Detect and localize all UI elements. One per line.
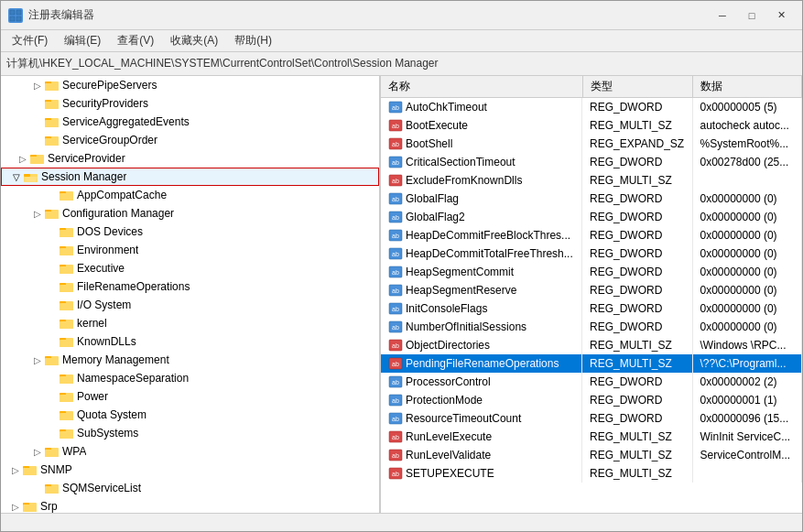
tree-item-kernel[interactable]: ▷ kernel bbox=[1, 314, 379, 332]
cell-data: 0x00278d00 (25... bbox=[692, 153, 802, 171]
expander-snmp[interactable]: ▷ bbox=[8, 462, 23, 477]
table-row[interactable]: abBootShellREG_EXPAND_SZ%SystemRoot%... bbox=[381, 135, 802, 153]
tree-item-filerenameops[interactable]: ▷ FileRenameOperations bbox=[1, 277, 379, 296]
tree-label-wpa: WPA bbox=[62, 445, 86, 458]
tree-label-securityproviders: SecurityProviders bbox=[62, 97, 148, 110]
expander-wpa[interactable]: ▷ bbox=[30, 444, 45, 459]
table-row[interactable]: abAutoChkTimeoutREG_DWORD0x00000005 (5) bbox=[381, 98, 802, 117]
tree-item-namespacesep[interactable]: ▷ NamespaceSeparation bbox=[1, 369, 379, 387]
tree-item-wpa[interactable]: ▷ WPA bbox=[1, 442, 379, 461]
tree-item-subsystems[interactable]: ▷ SubSystems bbox=[1, 424, 379, 442]
expander-serviceprovider[interactable]: ▷ bbox=[16, 151, 30, 166]
cell-type: REG_DWORD bbox=[582, 153, 692, 171]
column-type[interactable]: 类型 bbox=[582, 76, 692, 98]
expander-session-manager[interactable]: ▽ bbox=[9, 169, 24, 184]
tree-label-power: Power bbox=[77, 390, 108, 403]
table-row[interactable]: abGlobalFlagREG_DWORD0x00000000 (0) bbox=[381, 190, 802, 208]
table-row[interactable]: abCriticalSectionTimeoutREG_DWORD0x00278… bbox=[381, 153, 802, 171]
table-row[interactable]: abHeapSegmentReserveREG_DWORD0x00000000 … bbox=[381, 281, 802, 299]
tree-item-quotasystem[interactable]: ▷ Quota System bbox=[1, 406, 379, 424]
table-row[interactable]: abGlobalFlag2REG_DWORD0x00000000 (0) bbox=[381, 208, 802, 226]
menu-view[interactable]: 查看(V) bbox=[110, 31, 161, 50]
column-data[interactable]: 数据 bbox=[692, 76, 802, 98]
expander-srp[interactable]: ▷ bbox=[8, 499, 23, 513]
table-header-row: 名称 类型 数据 bbox=[381, 76, 802, 98]
table-row[interactable]: abResourceTimeoutCountREG_DWORD0x0000009… bbox=[381, 409, 802, 428]
minimize-button[interactable]: ─ bbox=[709, 5, 736, 26]
column-name[interactable]: 名称 bbox=[381, 76, 582, 98]
cell-type: REG_DWORD bbox=[582, 373, 692, 391]
table-row[interactable]: abRunLevelExecuteREG_MULTI_SZWinInit Ser… bbox=[381, 428, 802, 446]
menu-favorites[interactable]: 收藏夹(A) bbox=[163, 31, 225, 50]
table-row[interactable]: abExcludeFromKnownDllsREG_MULTI_SZ bbox=[381, 171, 802, 190]
tree-label-servicegrouporder: ServiceGroupOrder bbox=[62, 134, 157, 147]
tree-label-appcompatcache: AppCompatCache bbox=[77, 189, 167, 201]
table-row[interactable]: abProcessorControlREG_DWORD0x00000002 (2… bbox=[381, 373, 802, 391]
tree-item-knowndlls[interactable]: ▷ KnownDLLs bbox=[1, 332, 379, 351]
reg-name-text: AutoChkTimeout bbox=[406, 101, 487, 114]
tree-label-snmp: SNMP bbox=[40, 463, 72, 476]
table-row[interactable]: abHeapSegmentCommitREG_DWORD0x00000000 (… bbox=[381, 263, 802, 281]
table-row[interactable]: abHeapDeCommitFreeBlockThres...REG_DWORD… bbox=[381, 226, 802, 244]
table-row[interactable]: abNumberOfInitialSessionsREG_DWORD0x0000… bbox=[381, 318, 802, 336]
table-row[interactable]: abSETUPEXECUTEREG_MULTI_SZ bbox=[381, 464, 802, 483]
svg-rect-60 bbox=[60, 413, 73, 420]
tree-item-iosystem[interactable]: ▷ I/O System bbox=[1, 296, 379, 314]
svg-rect-0 bbox=[10, 10, 15, 15]
tree-item-servicegrouporder[interactable]: ▷ ServiceGroupOrder bbox=[1, 131, 379, 149]
expander-memorymgmt[interactable]: ▷ bbox=[30, 353, 45, 367]
tree-item-executive[interactable]: ▷ Executive bbox=[1, 259, 379, 277]
reg-type-icon: ab bbox=[388, 265, 403, 279]
expander-securepipeservers[interactable]: ▷ bbox=[30, 78, 45, 92]
tree-item-sqmservicelist[interactable]: ▷ SQMServiceList bbox=[1, 479, 379, 497]
tree-item-snmp[interactable]: ▷ SNMP bbox=[1, 461, 379, 479]
close-button[interactable]: ✕ bbox=[767, 5, 795, 26]
menu-help[interactable]: 帮助(H) bbox=[227, 31, 279, 50]
tree-panel[interactable]: ▷ SecurePipeServers ▷ SecurityProviders … bbox=[1, 76, 381, 513]
menu-file[interactable]: 文件(F) bbox=[5, 31, 55, 50]
table-row[interactable]: abInitConsoleFlagsREG_DWORD0x00000000 (0… bbox=[381, 299, 802, 318]
reg-type-icon: ab bbox=[388, 301, 403, 316]
cell-name: abRunLevelExecute bbox=[381, 428, 582, 446]
cell-name: abHeapSegmentReserve bbox=[381, 281, 582, 299]
tree-item-serviceprovider[interactable]: ▷ ServiceProvider bbox=[1, 149, 379, 168]
svg-rect-51 bbox=[45, 358, 59, 365]
tree-item-memorymgmt[interactable]: ▷ Memory Management bbox=[1, 351, 379, 369]
tree-item-srp[interactable]: ▷ Srp bbox=[1, 497, 379, 513]
cell-name: abSETUPEXECUTE bbox=[381, 464, 582, 483]
tree-item-environment[interactable]: ▷ Environment bbox=[1, 241, 379, 259]
folder-icon bbox=[45, 79, 60, 92]
table-row[interactable]: abPendingFileRenameOperationsREG_MULTI_S… bbox=[381, 354, 802, 373]
svg-text:ab: ab bbox=[392, 178, 399, 184]
tree-item-appcompatcache[interactable]: ▷ AppCompatCache bbox=[1, 186, 379, 204]
tree-label-quotasystem: Quota System bbox=[77, 408, 146, 421]
svg-text:ab: ab bbox=[392, 233, 399, 239]
svg-rect-2 bbox=[10, 16, 15, 21]
table-row[interactable]: abProtectionModeREG_DWORD0x00000001 (1) bbox=[381, 391, 802, 409]
svg-rect-20 bbox=[24, 174, 30, 177]
expander-configmgr[interactable]: ▷ bbox=[30, 206, 45, 221]
folder-icon bbox=[23, 463, 38, 476]
table-row[interactable]: abBootExecuteREG_MULTI_SZautocheck autoc… bbox=[381, 116, 802, 135]
cell-name: abInitConsoleFlags bbox=[381, 299, 582, 318]
title-bar: 注册表编辑器 ─ □ ✕ bbox=[1, 1, 802, 30]
cell-data: autocheck autoc... bbox=[692, 116, 802, 135]
cell-data: WinInit ServiceC... bbox=[692, 428, 802, 446]
maximize-button[interactable]: □ bbox=[738, 5, 765, 26]
tree-item-session-manager[interactable]: ▽ Session Manager bbox=[1, 168, 379, 186]
reg-type-icon: ab bbox=[388, 356, 403, 371]
right-panel[interactable]: 名称 类型 数据 abAutoChkTimeoutREG_DWORD0x0000… bbox=[381, 76, 802, 513]
tree-item-configmgr[interactable]: ▷ Configuration Manager bbox=[1, 204, 379, 223]
table-row[interactable]: abHeapDeCommitTotalFreeThresh...REG_DWOR… bbox=[381, 244, 802, 263]
svg-rect-15 bbox=[45, 138, 59, 146]
table-row[interactable]: abObjectDirectoriesREG_MULTI_SZ\Windows … bbox=[381, 336, 802, 354]
tree-item-securepipeservers[interactable]: ▷ SecurePipeServers bbox=[1, 76, 379, 94]
tree-item-power[interactable]: ▷ Power bbox=[1, 387, 379, 406]
svg-rect-75 bbox=[23, 505, 37, 512]
tree-item-dosdevices[interactable]: ▷ DOS Devices bbox=[1, 223, 379, 241]
tree-item-serviceaggregatedevents[interactable]: ▷ ServiceAggregatedEvents bbox=[1, 113, 379, 131]
menu-edit[interactable]: 编辑(E) bbox=[57, 31, 108, 50]
table-row[interactable]: abRunLevelValidateREG_MULTI_SZServiceCon… bbox=[381, 446, 802, 464]
svg-rect-57 bbox=[60, 395, 73, 402]
tree-item-securityproviders[interactable]: ▷ SecurityProviders bbox=[1, 94, 379, 113]
